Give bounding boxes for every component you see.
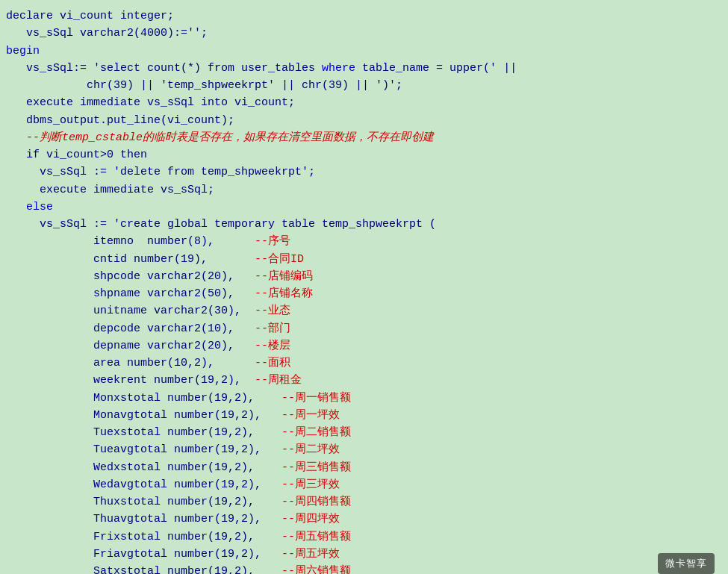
code-line-3: begin — [6, 43, 721, 60]
code-line-21: area number(10,2), --面积 — [6, 355, 721, 372]
code-line-17: shpname varchar2(50), --店铺名称 — [6, 285, 721, 302]
code-line-22: weekrent number(19,2), --周租金 — [6, 372, 721, 389]
code-line-16: shpcode varchar2(20), --店铺编码 — [6, 268, 721, 285]
code-line-7: dbms_output.put_line(vi_count); — [6, 112, 721, 129]
code-line-10: vs_sSql := 'delete from temp_shpweekrpt'… — [6, 163, 721, 181]
code-line-4: vs_sSql:= 'select count(*) from user_tab… — [6, 60, 721, 77]
code-line-5: chr(39) || 'temp_shpweekrpt' || chr(39) … — [6, 77, 721, 94]
code-line-20: depname varchar2(20), --楼层 — [6, 337, 721, 355]
code-line-9: if vi_count>0 then — [6, 146, 721, 163]
code-line-25: Tuexstotal number(19,2), --周二销售额 — [6, 424, 721, 441]
code-line-28: Wedavgtotal number(19,2), --周三坪效 — [6, 476, 721, 493]
code-line-2: vs_sSql varchar2(4000):=''; — [6, 25, 721, 42]
code-line-26: Tueavgtotal number(19,2), --周二坪效 — [6, 441, 721, 458]
code-line-27: Wedxstotal number(19,2), --周三销售额 — [6, 459, 721, 476]
code-line-13: vs_sSql := 'create global temporary tabl… — [6, 216, 721, 233]
code-line-24: Monavgtotal number(19,2), --周一坪效 — [6, 407, 721, 424]
code-line-32: Friavgtotal number(19,2), --周五坪效 — [6, 546, 721, 563]
code-block: declare vi_count integer; vs_sSql varcha… — [0, 0, 728, 574]
code-line-1: declare vi_count integer; — [6, 7, 721, 25]
code-line-30: Thuavgtotal number(19,2), --周四坪效 — [6, 511, 721, 528]
code-line-14: itemno number(8), --序号 — [6, 233, 721, 250]
code-line-23: Monxstotal number(19,2), --周一销售额 — [6, 390, 721, 407]
code-line-11: execute immediate vs_sSql; — [6, 181, 721, 199]
code-line-19: depcode varchar2(10), --部门 — [6, 320, 721, 337]
code-line-15: cntid number(19), --合同ID — [6, 251, 721, 268]
code-line-12: else — [6, 199, 721, 216]
code-line-29: Thuxstotal number(19,2), --周四销售额 — [6, 493, 721, 511]
code-line-6: execute immediate vs_sSql into vi_count; — [6, 94, 721, 111]
watermark: 微卡智享 — [658, 553, 715, 574]
code-line-33: Satxstotal number(19,2), --周六销售额 — [6, 563, 721, 574]
code-line-18: unitname varchar2(30), --业态 — [6, 302, 721, 319]
code-line-8: --判断temp_cstable的临时表是否存在，如果存在清空里面数据，不存在即… — [6, 129, 721, 146]
code-line-31: Frixstotal number(19,2), --周五销售额 — [6, 528, 721, 546]
